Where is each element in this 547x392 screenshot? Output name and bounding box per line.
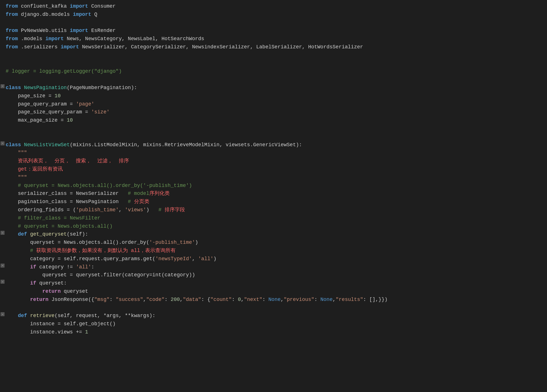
- code-line: instance.views += 1: [0, 328, 547, 336]
- code-line: """: [0, 173, 547, 182]
- code-line: # queryset = News.objects.all().order_by…: [0, 182, 547, 190]
- code-line: queryset = News.objects.all().order_by('…: [0, 238, 547, 247]
- code-line: # logger = logging.getLogger("django"): [0, 67, 547, 76]
- code-container: from confluent_kafka import Consumer fro…: [0, 2, 547, 336]
- code-line: category = self.request.query_params.get…: [0, 255, 547, 263]
- code-line: serializer_class = NewsSerializer # mode…: [0, 189, 547, 198]
- code-line: """: [0, 149, 547, 157]
- code-line: from .models import News, NewsCategory, …: [0, 35, 547, 43]
- code-line: - class NewsPagination(PageNumberPaginat…: [0, 84, 547, 92]
- code-line: ordering_fields = ('publish_time', 'view…: [0, 206, 547, 214]
- code-line: return JsonResponse({"msg": "success","c…: [0, 296, 547, 304]
- code-line: # queryset = News.objects.all(): [0, 222, 547, 231]
- keyword-from: from: [6, 27, 18, 35]
- collapse-marker[interactable]: -: [1, 141, 5, 145]
- empty-line: [0, 51, 547, 59]
- code-line: queryset = queryset.filter(category=int(…: [0, 271, 547, 279]
- code-line: - class NewsListViewSet(mixins.ListModel…: [0, 141, 547, 149]
- code-line: page_size = 10: [0, 92, 547, 100]
- code-line: # filter_class = NewsFilter: [0, 214, 547, 222]
- code-line: # 获取资讯类别参数，如果没有，则默认为 all，表示查询所有: [0, 247, 547, 255]
- code-line: instance = self.get_object(): [0, 320, 547, 328]
- keyword-from: from: [6, 10, 18, 19]
- empty-line: [0, 303, 547, 312]
- code-line: return queryset: [0, 287, 547, 296]
- code-line: from PvNewsWeb.utils import EsRender: [0, 27, 547, 35]
- code-line: from confluent_kafka import Consumer: [0, 2, 547, 10]
- code-line: from .serializers import NewsSerializer,…: [0, 43, 547, 51]
- code-line: pagination_class = NewsPagination # 分页类: [0, 198, 547, 206]
- empty-line: [0, 59, 547, 68]
- code-line: max_page_size = 10: [0, 116, 547, 124]
- empty-line: [0, 124, 547, 133]
- collapse-marker[interactable]: -: [1, 264, 5, 268]
- code-line: - if category != 'all':: [0, 263, 547, 271]
- empty-line: [0, 76, 547, 84]
- code-line: get：返回所有资讯: [0, 165, 547, 173]
- keyword-from: from: [6, 35, 18, 43]
- code-line: page_query_param = 'page': [0, 100, 547, 108]
- collapse-marker[interactable]: -: [1, 280, 5, 284]
- keyword-from: from: [6, 43, 18, 51]
- collapse-marker[interactable]: -: [1, 84, 5, 88]
- empty-line: [0, 19, 547, 27]
- collapse-marker[interactable]: -: [1, 231, 5, 235]
- code-line: from django.db.models import Q: [0, 10, 547, 19]
- collapse-marker[interactable]: -: [1, 312, 5, 316]
- code-line: 资讯列表页， 分页， 搜索， 过滤， 排序: [0, 157, 547, 165]
- empty-line: [0, 133, 547, 141]
- code-line: - def retrieve(self, request, *args, **k…: [0, 312, 547, 320]
- comment: # logger = logging.getLogger("django"): [6, 67, 122, 76]
- code-line: - if queryset:: [0, 279, 547, 287]
- code-line: - def get_queryset(self):: [0, 230, 547, 238]
- keyword-from: from: [6, 2, 18, 10]
- code-line: page_size_query_param = 'size': [0, 108, 547, 116]
